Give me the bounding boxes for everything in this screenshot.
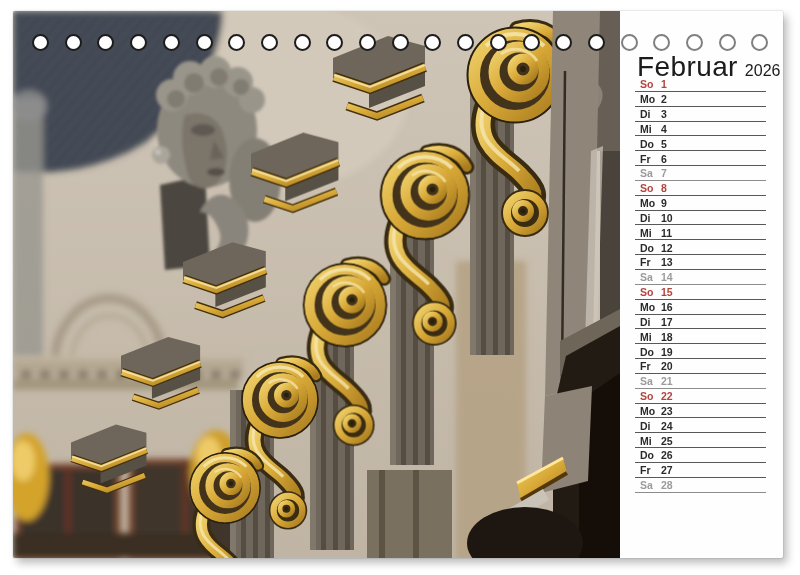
calendar-row: Sa14 <box>635 270 766 285</box>
day-abbr: Fr <box>640 465 661 476</box>
day-abbr: Do <box>640 450 661 461</box>
binding-hole <box>326 34 343 51</box>
day-number: 3 <box>661 109 667 120</box>
binding-hole <box>424 34 441 51</box>
calendar-row: Di10 <box>635 211 766 226</box>
binding-hole <box>653 34 670 51</box>
day-abbr: Mo <box>640 94 661 105</box>
day-number: 14 <box>661 272 673 283</box>
binding-hole <box>65 34 82 51</box>
calendar-row: Di17 <box>635 315 766 330</box>
binding-hole <box>261 34 278 51</box>
day-number: 18 <box>661 332 673 343</box>
day-abbr: Fr <box>640 257 661 268</box>
day-number: 2 <box>661 94 667 105</box>
day-number: 28 <box>661 480 673 491</box>
calendar-row: Sa7 <box>635 166 766 181</box>
binding-hole <box>490 34 507 51</box>
day-number: 9 <box>661 198 667 209</box>
day-number: 23 <box>661 406 673 417</box>
day-number: 11 <box>661 228 672 239</box>
day-abbr: Di <box>640 213 661 224</box>
calendar-row: Sa21 <box>635 374 766 389</box>
binding-hole <box>392 34 409 51</box>
calendar-row: So15 <box>635 285 766 300</box>
day-abbr: So <box>640 183 661 194</box>
day-abbr: Di <box>640 317 661 328</box>
calendar-row: Di3 <box>635 107 766 122</box>
calendar-row: Mo23 <box>635 404 766 419</box>
calendar-row: So1 <box>635 77 766 92</box>
binding-hole <box>686 34 703 51</box>
calendar-row: Fr13 <box>635 255 766 270</box>
day-abbr: Fr <box>640 154 661 165</box>
binding-hole <box>196 34 213 51</box>
day-number: 12 <box>661 243 673 254</box>
calendar-page: Februar2026 So1Mo2Di3Mi4Do5Fr6Sa7So8Mo9D… <box>13 11 783 558</box>
day-number: 6 <box>661 154 667 165</box>
day-abbr: Sa <box>640 272 661 283</box>
day-abbr: Mo <box>640 198 661 209</box>
day-number: 17 <box>661 317 673 328</box>
day-abbr: So <box>640 391 661 402</box>
day-number: 19 <box>661 347 673 358</box>
month-photo <box>13 11 620 558</box>
photo-illustration <box>13 11 620 558</box>
day-number: 21 <box>661 376 673 387</box>
binding-hole <box>457 34 474 51</box>
day-number: 16 <box>661 302 673 313</box>
day-abbr: Mi <box>640 436 661 447</box>
day-number: 15 <box>661 287 673 298</box>
day-number: 27 <box>661 465 673 476</box>
calendar-row: Sa28 <box>635 478 766 493</box>
day-number: 7 <box>661 168 667 179</box>
binding-hole <box>359 34 376 51</box>
calendar-row: Mi11 <box>635 225 766 240</box>
day-number: 24 <box>661 421 673 432</box>
calendar-row: So8 <box>635 181 766 196</box>
binding-hole <box>32 34 49 51</box>
binding-hole <box>588 34 605 51</box>
day-abbr: Sa <box>640 376 661 387</box>
binding-hole <box>621 34 638 51</box>
calendar-row: Di24 <box>635 418 766 433</box>
day-number: 22 <box>661 391 673 402</box>
calendar-row: Fr20 <box>635 359 766 374</box>
day-abbr: Sa <box>640 168 661 179</box>
binding-hole <box>555 34 572 51</box>
calendar-row: Fr6 <box>635 151 766 166</box>
day-abbr: Di <box>640 421 661 432</box>
day-number: 8 <box>661 183 667 194</box>
calendar-row: Do19 <box>635 344 766 359</box>
binding-hole <box>130 34 147 51</box>
day-abbr: So <box>640 79 661 90</box>
day-abbr: Mi <box>640 332 661 343</box>
day-abbr: Do <box>640 243 661 254</box>
day-abbr: Mi <box>640 124 661 135</box>
binding-hole <box>751 34 768 51</box>
binding-hole <box>228 34 245 51</box>
calendar-row: Mi25 <box>635 433 766 448</box>
day-abbr: Do <box>640 347 661 358</box>
day-abbr: Do <box>640 139 661 150</box>
calendar-row: Do26 <box>635 448 766 463</box>
binding-hole <box>523 34 540 51</box>
day-number: 13 <box>661 257 673 268</box>
calendar-row: Mi4 <box>635 122 766 137</box>
calendar-row: Mi18 <box>635 329 766 344</box>
day-number: 1 <box>661 79 667 90</box>
day-abbr: Mo <box>640 406 661 417</box>
calendar-row: Mo2 <box>635 92 766 107</box>
day-number: 4 <box>661 124 667 135</box>
day-abbr: So <box>640 287 661 298</box>
day-abbr: Mo <box>640 302 661 313</box>
binding-hole <box>719 34 736 51</box>
calendar-row: Fr27 <box>635 463 766 478</box>
calendar-row: Mo16 <box>635 300 766 315</box>
binding-hole <box>294 34 311 51</box>
day-abbr: Di <box>640 109 661 120</box>
day-abbr: Fr <box>640 361 661 372</box>
day-number: 20 <box>661 361 673 372</box>
day-number: 5 <box>661 139 667 150</box>
calendar-row: Do12 <box>635 240 766 255</box>
